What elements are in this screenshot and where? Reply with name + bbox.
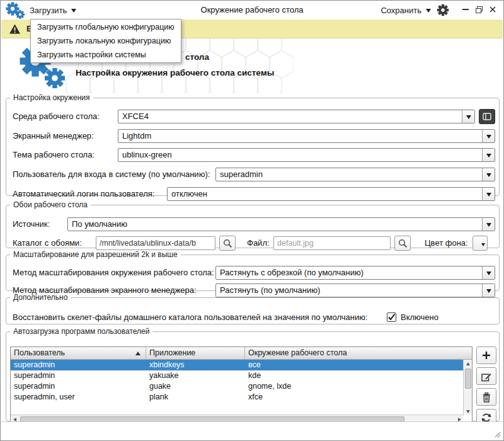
desktop-theme-value: ublinux-green [118,149,482,161]
maximize-icon [475,6,483,14]
desktop-environment-label: Среда рабочего стола: [13,109,100,124]
cell-app: yakuake [146,370,245,381]
wallpaper-source-value: По умолчанию [68,218,482,231]
table-row[interactable]: superadmin yakuake kde [11,370,463,381]
cell-env: gnome, lxde [245,381,463,392]
autologin-value: отключен [168,188,482,200]
bg-color-label: Цвет фона: [425,236,468,251]
close-icon [489,6,496,13]
desktop-scaling-method-label: Метод масштабирования окружения рабочего… [13,265,214,280]
cell-app: plank [146,392,245,403]
table-row[interactable]: superadmin xbindkeys все [11,360,463,370]
bg-color-button[interactable] [472,236,488,251]
status-bar [1,421,503,440]
cell-user: superadmin, user [11,392,146,403]
wallpaper-dir-search-button[interactable] [219,236,236,251]
chevron-down-icon [482,149,495,161]
scroll-down-icon[interactable] [464,407,472,415]
edit-autostart-button[interactable] [476,367,496,385]
save-menu-button-label: Сохранить [381,6,421,15]
autostart-group-title: Автозагрузка программ пользователей [10,327,152,336]
trash-icon [481,392,492,403]
cell-env: xfce [245,392,463,403]
chevron-down-icon [482,168,495,181]
cell-app: guake [146,381,245,392]
vertical-scrollbar[interactable] [463,360,472,415]
wallpaper-source-label: Источник: [13,217,50,232]
chevron-down-icon [462,110,474,123]
check-icon [387,313,396,321]
desktop-theme-label: Тема рабочего стола: [13,147,94,163]
sort-ascending-icon [135,352,140,355]
default-login-user-value: superadmin [216,168,482,181]
wallpaper-file-search-button[interactable] [394,236,411,251]
autostart-group: Автозагрузка программ пользователей Поль… [6,327,500,421]
wallpaper-file-input[interactable] [273,236,391,250]
wallpaper-group: Обои рабочего стола Источник: По умолчан… [6,200,500,248]
plus-icon [481,350,491,360]
desktop-theme-combo[interactable]: ublinux-green [118,148,495,162]
autostart-table: Пользователь Приложение Окружение рабоче… [10,346,472,424]
column-header-user[interactable]: Пользователь [11,347,146,359]
table-row[interactable]: superadmin, user plank xfce [11,392,463,403]
restore-skel-checkbox[interactable] [387,312,396,322]
display-manager-label: Экранный менеджер: [13,129,94,144]
column-header-app-label: Приложение [149,348,195,357]
titlebar: Загрузить Окружение рабочего стола Сохра… [1,1,503,20]
chevron-down-icon [482,218,495,231]
pencil-icon [481,371,492,382]
chevron-down-icon [482,188,495,200]
minimize-button[interactable] [461,4,471,14]
column-header-app[interactable]: Приложение [146,347,245,359]
scroll-up-icon[interactable] [464,360,472,368]
warning-icon [9,23,21,35]
vertical-scroll-thumb[interactable] [465,369,471,389]
scaling-group: Масштабирование для разрешений 2k и выше… [6,250,500,291]
cell-env: kde [245,370,463,381]
chevron-down-icon [426,9,431,15]
desktop-environment-combo[interactable]: XFCE4 [118,110,475,123]
column-header-env-label: Окружение рабочего стола [248,348,347,357]
save-menu-button[interactable]: Сохранить [381,1,431,20]
desktop-scaling-method-combo[interactable]: Растянуть с обрезкой (по умолчанию) [215,266,495,280]
maximize-button[interactable] [474,4,484,14]
cell-user: superadmin [11,381,146,392]
environment-group: Настройка окружения Среда рабочего стола… [6,93,500,196]
display-manager-value: Lightdm [118,130,482,142]
autologin-label: Автоматический логин пользователя: [13,186,154,202]
close-button[interactable] [488,4,498,14]
restore-skel-checkbox-label: Включено [401,310,438,325]
desktop-environment-value: XFCE4 [118,110,462,123]
wallpaper-source-combo[interactable]: По умолчанию [67,217,495,231]
menu-item-load-global-config[interactable]: Загрузить глобальную конфигурацию [31,20,181,34]
chevron-down-icon [482,266,495,279]
chevron-down-icon [481,243,485,248]
search-icon [222,238,233,249]
menu-item-load-local-config[interactable]: Загрузить локальную конфигурацию [31,34,181,48]
menu-item-load-system-settings[interactable]: Загрузить настройки системы [31,48,181,62]
environment-extra-button[interactable] [479,109,495,124]
cell-env: все [245,360,463,370]
settings-gear-icon[interactable] [437,4,449,16]
minimize-icon [462,6,469,13]
table-row[interactable]: superadmin guake gnome, lxde [11,381,463,392]
cell-user: superadmin [11,360,146,370]
default-login-user-label: Пользователь для входа в систему (по умо… [13,167,210,182]
default-login-user-combo[interactable]: superadmin [215,168,495,181]
add-autostart-button[interactable] [476,346,496,364]
column-header-user-label: Пользователь [14,348,65,357]
chevron-down-icon [482,130,495,142]
wallpaper-dir-input[interactable] [96,236,215,250]
display-manager-combo[interactable]: Lightdm [118,129,495,143]
app-window: Загрузить Окружение рабочего стола Сохра… [0,0,504,441]
scaling-group-title: Масштабирование для разрешений 2k и выше [10,250,181,259]
search-icon [397,238,408,249]
restore-skel-label: Восстановить скелет-файлы домашнего ката… [13,310,368,325]
resize-grip-icon[interactable] [493,430,501,438]
environment-group-title: Настройка окружения [10,93,93,102]
column-header-env[interactable]: Окружение рабочего стола [245,347,472,359]
wallpaper-file-label: Файл: [247,236,270,251]
autologin-combo[interactable]: отключен [167,187,495,201]
cell-user: superadmin [11,370,146,381]
delete-autostart-button[interactable] [476,388,496,406]
